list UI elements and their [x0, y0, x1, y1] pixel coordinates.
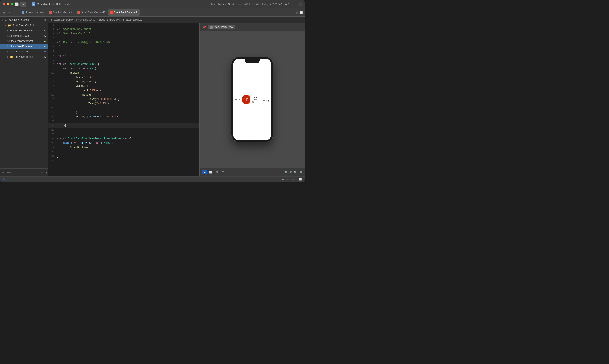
swift-file-icon-rankview: S	[7, 40, 9, 42]
toolbar: ⊞ ‹ › Assets.xcassets StockModel.swift S…	[0, 8, 305, 17]
stock-info: TSLA 1,000,000 원 +0.4% ♥	[252, 96, 269, 103]
add-file-icon[interactable]: ＋	[2, 171, 5, 175]
phone-notch	[245, 59, 260, 63]
preview-layout-icon[interactable]: ⊟	[221, 170, 225, 174]
breadcrumb-icon: ◈	[51, 18, 52, 21]
sidebar-label-model: StockModel.swift	[9, 34, 29, 38]
sidebar-label-preview: Preview Content	[14, 55, 34, 58]
sidebar-item-rankrow[interactable]: S StockRankRow.swift A	[0, 44, 48, 49]
tesla-logo: T	[242, 95, 251, 104]
code-line-28: 28 static var previews: some View {	[48, 141, 199, 145]
tab-stockmodel[interactable]: StockModel.swift	[47, 9, 75, 15]
project-icon: S	[32, 2, 35, 6]
breadcrumb-symbol-name[interactable]: StockRankRow	[125, 18, 142, 21]
forward-icon[interactable]: ›	[13, 10, 18, 15]
build-status: StockRank-SwiftUI: Ready	[228, 3, 259, 6]
toolbar-right: ⇄ ▤ ⬜	[292, 11, 303, 14]
code-line-6: 6 //	[48, 45, 199, 49]
sidebar-item-folder[interactable]: ▼ 📁 StockRank-SwiftUI	[0, 23, 48, 28]
grid-icon[interactable]: ⊞	[2, 10, 7, 15]
sidebar-item-app[interactable]: S StockRank_SwiftUIApp.... A	[0, 28, 48, 33]
preview-bottom-toolbar: ▶ ⬜ ⊞ ⊟ ℹ 🔍- ⊡ 🔍+ ⊠	[200, 168, 305, 176]
sidebar-label-rankrow: StockRankRow.swift	[9, 45, 33, 48]
code-line-16: 16 Text("TSLA")	[48, 88, 199, 93]
badge-app: A	[43, 29, 46, 32]
maximize-button[interactable]	[11, 3, 13, 5]
tab-assets[interactable]: Assets.xcassets	[20, 9, 47, 15]
run-button[interactable]: ▶	[20, 2, 26, 7]
main-area: ▼ ◈ StockRank-SwiftUI M ▼ 📁 StockRank-Sw…	[0, 17, 305, 176]
badge-project: M	[43, 19, 46, 21]
sidebar-item-project[interactable]: ▼ ◈ StockRank-SwiftUI M	[0, 17, 48, 23]
swift-file-icon-model: S	[7, 35, 9, 37]
breadcrumb-folder[interactable]: StockRank-SwiftUI	[76, 18, 96, 21]
component-selector-button[interactable]: Stock Rank Row	[208, 25, 235, 29]
swift-file-icon-app: S	[7, 29, 9, 32]
project-file-icon: ◈	[5, 19, 7, 21]
stock-row: TSLA T TSLA 1,000,000 원 +0.4%	[232, 95, 272, 104]
sidebar-toggle-icon[interactable]: ⬜	[15, 2, 19, 6]
breadcrumb-file[interactable]: StockRankRow.swift	[99, 18, 120, 21]
inspector-icon[interactable]: ⬜	[299, 11, 303, 14]
titlebar-center: S StockRank-SwiftUI › main	[32, 2, 70, 6]
split-icon[interactable]: ⇄	[292, 11, 294, 14]
sidebar-item-assets[interactable]: ◈ Assets.xcassets M	[0, 49, 48, 54]
layout-status-icon[interactable]: ⬜	[299, 178, 302, 181]
pin-icon[interactable]: 📌	[202, 25, 206, 29]
zoom-fit-icon[interactable]: ⊡	[290, 171, 292, 174]
code-line-24: 24 }|	[48, 123, 199, 128]
stock-ticker-left: TSLA	[235, 98, 240, 101]
component-label: Stock Rank Row	[214, 26, 233, 29]
tesla-t-icon: T	[244, 97, 248, 102]
preview-info-icon[interactable]: ℹ	[227, 170, 231, 174]
sidebar-item-model[interactable]: S StockModel.swift A	[0, 33, 48, 39]
tab-stockmodel-label: StockModel.swift	[53, 11, 73, 14]
zoom-reset-icon[interactable]: ⊠	[300, 171, 302, 174]
code-line-19: 19 Text("+0.4%")	[48, 102, 199, 106]
layout-options-icon[interactable]: ▤	[296, 11, 298, 14]
chevron-right-icon: ▶	[7, 56, 9, 58]
code-line-13: 13 Text("TSLA")	[48, 75, 199, 80]
close-button[interactable]	[3, 3, 5, 5]
breadcrumb-symbol[interactable]: S	[123, 18, 124, 21]
stock-price: 1,000,000 원	[252, 99, 261, 103]
code-line-11: 11 var body: some View {	[48, 66, 199, 71]
filter-input[interactable]	[7, 171, 39, 174]
back-icon[interactable]: ‹	[7, 10, 12, 15]
tab-assets-label: Assets.xcassets	[26, 11, 44, 14]
breadcrumb-project[interactable]: StockRank-SwiftUI	[53, 18, 74, 21]
code-line-1: 1 //	[48, 23, 199, 27]
sort-icon[interactable]: ⊞	[45, 171, 48, 174]
sidebar-item-rankview[interactable]: S StockRankView.swift A	[0, 39, 48, 44]
preview-grid-icon[interactable]: ⊞	[215, 170, 219, 174]
sidebar: ▼ ◈ StockRank-SwiftUI M ▼ 📁 StockRank-Sw…	[0, 17, 48, 176]
chevron-down-icon-2: ▼	[4, 24, 6, 26]
preview-play-icon[interactable]: ▶	[202, 170, 207, 174]
zoom-out-icon[interactable]: 🔍-	[285, 171, 289, 174]
preview-device-icon[interactable]: ⬜	[208, 170, 213, 174]
titlebar-sep: ›	[62, 2, 63, 6]
preview-panel: 📌 Stock Rank Row TSLA	[199, 23, 305, 176]
component-icon	[209, 26, 213, 29]
filter-options-icon[interactable]: ⚙	[41, 171, 43, 174]
code-line-3: 3 // StockRank-SwiftUI	[48, 31, 199, 36]
stock-price-row: 1,000,000 원 +0.4% ♥	[252, 99, 269, 103]
minimize-button[interactable]	[7, 3, 9, 5]
swift-file-icon-rankrow: S	[7, 45, 9, 48]
layout-button[interactable]: ⬛	[298, 2, 302, 6]
add-button[interactable]: ＋	[292, 2, 296, 6]
titlebar-right: iPhone 14 Pro StockRank-SwiftUI: Ready T…	[209, 2, 302, 6]
folder-icon-preview: 📁	[10, 55, 13, 58]
sidebar-item-preview[interactable]: ▶ 📁 Preview Content A	[0, 54, 48, 60]
code-editor[interactable]: 1 // 2 // StockRankRow.swift 3 // StockR…	[48, 23, 199, 176]
tab-stockrankrow[interactable]: StockRankRow.swift	[108, 9, 140, 15]
code-line-12: 12 HStack {	[48, 71, 199, 75]
breadcrumb-sep-2: ›	[97, 18, 98, 21]
file-tabs: Assets.xcassets StockModel.swift StockRa…	[20, 9, 140, 15]
code-line-8: 8 import SwiftUI	[48, 53, 199, 58]
file-tree: ▼ ◈ StockRank-SwiftUI M ▼ 📁 StockRank-Sw…	[0, 17, 48, 169]
traffic-lights	[3, 3, 13, 5]
zoom-in-icon[interactable]: 🔍+	[294, 171, 298, 174]
tab-stockrankview[interactable]: StockRankView.swift	[75, 9, 108, 15]
tab-stockrankview-label: StockRankView.swift	[81, 11, 105, 14]
